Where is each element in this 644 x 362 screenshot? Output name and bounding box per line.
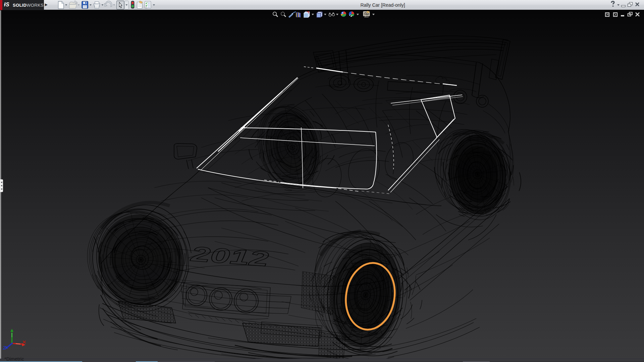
svg-text:2012: 2012	[190, 242, 269, 270]
